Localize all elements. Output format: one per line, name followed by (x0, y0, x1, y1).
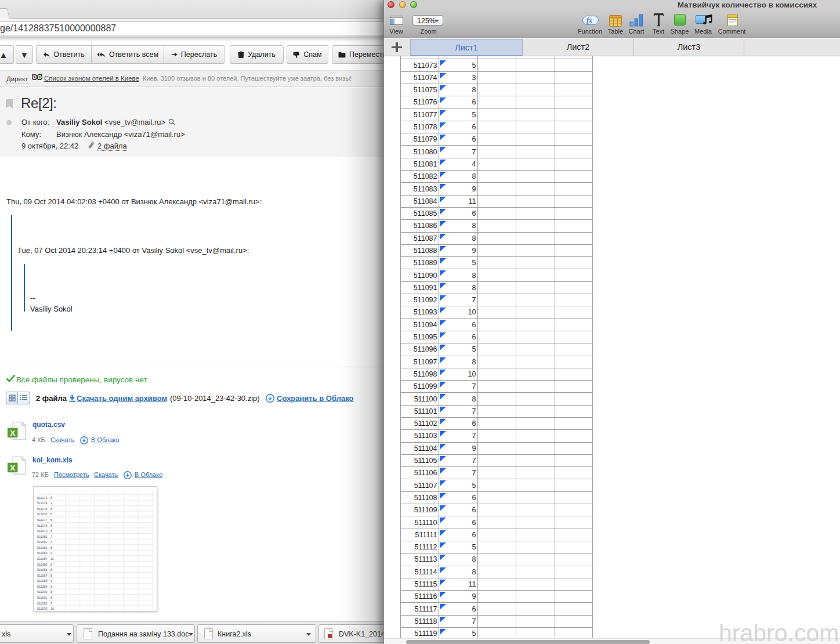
svg-text:511089: 511089 (37, 585, 48, 588)
svg-text:511087: 511087 (37, 574, 48, 577)
svg-text:4: 4 (50, 540, 52, 544)
svg-text:511074: 511074 (37, 501, 48, 505)
svg-text:X: X (10, 429, 15, 437)
svg-text:9: 9 (50, 551, 52, 555)
svg-text:6: 6 (50, 563, 52, 566)
svg-text:511078: 511078 (37, 524, 48, 527)
svg-text:511085: 511085 (37, 563, 48, 566)
svg-text:8: 8 (50, 568, 52, 571)
svg-text:511088: 511088 (37, 579, 48, 583)
svg-text:511081: 511081 (37, 540, 48, 544)
svg-text:8: 8 (50, 590, 52, 594)
svg-text:X: X (10, 464, 15, 472)
svg-text:5: 5 (50, 518, 52, 522)
svg-text:511086: 511086 (37, 568, 48, 571)
svg-text:511077: 511077 (37, 518, 48, 522)
svg-text:6: 6 (50, 529, 52, 533)
svg-text:511083: 511083 (37, 551, 48, 555)
svg-text:511093: 511093 (37, 607, 48, 610)
svg-text:6: 6 (50, 512, 52, 516)
svg-text:511084: 511084 (37, 557, 48, 560)
svg-text:511091: 511091 (37, 596, 48, 599)
svg-text:6: 6 (50, 524, 52, 527)
svg-text:5: 5 (50, 585, 52, 588)
svg-text:511092: 511092 (37, 602, 48, 605)
svg-text:511079: 511079 (37, 529, 48, 533)
svg-text:511090: 511090 (37, 590, 48, 594)
svg-text:511082: 511082 (37, 546, 48, 549)
svg-text:8: 8 (50, 574, 52, 577)
svg-text:7: 7 (50, 535, 52, 538)
svg-text:3: 3 (50, 501, 52, 505)
svg-text:5: 5 (50, 496, 52, 500)
svg-text:511076: 511076 (37, 512, 48, 516)
svg-text:7: 7 (50, 602, 52, 605)
svg-text:8: 8 (50, 546, 52, 549)
svg-text:511080: 511080 (37, 535, 48, 538)
svg-text:11: 11 (50, 557, 54, 560)
svg-text:10: 10 (50, 607, 54, 610)
svg-text:8: 8 (50, 596, 52, 599)
svg-text:511075: 511075 (37, 507, 48, 511)
svg-text:9: 9 (50, 579, 52, 583)
svg-text:8: 8 (50, 507, 52, 511)
svg-text:511073: 511073 (37, 496, 48, 500)
